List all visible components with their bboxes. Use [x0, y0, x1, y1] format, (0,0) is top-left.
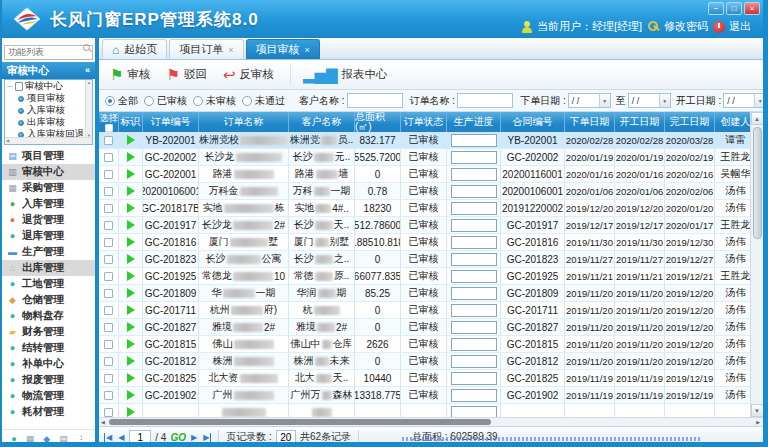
radio-dot[interactable]: [144, 96, 154, 106]
row-checkbox[interactable]: [104, 221, 113, 230]
sidebar-menu-item[interactable]: ● 物流管理: [2, 388, 95, 404]
row-checkbox[interactable]: [104, 255, 113, 264]
radio-dot[interactable]: [242, 96, 252, 106]
row-checkbox[interactable]: [104, 340, 113, 349]
collapse-icon[interactable]: «: [85, 62, 90, 79]
sidebar-menu-item[interactable]: ● 物料盘存: [2, 308, 95, 324]
dot-icon[interactable]: ●: [11, 434, 16, 444]
sidebar-menu-item[interactable]: ● 补单中心: [2, 356, 95, 372]
row-checkbox[interactable]: [104, 136, 113, 145]
table-row[interactable]: GC-202002 长沙龙 长沙元.. 65525.7200.. 已审核 GC-…: [99, 149, 750, 166]
tab[interactable]: 项目订单 ×: [169, 39, 243, 59]
table-row[interactable]: YB-202001 株洲党校 株洲党员.. 832.177 已审核 YB-202…: [99, 132, 750, 149]
tab[interactable]: 项目审核 ×: [246, 39, 320, 59]
sidebar-menu-item[interactable]: ▦ 采购管理: [2, 180, 95, 196]
column-header-customer[interactable]: 客户名称: [289, 112, 355, 132]
sidebar-menu-item[interactable]: ● 耗材管理: [2, 404, 95, 420]
toolbar-button[interactable]: ↩ 反审核: [218, 64, 283, 85]
scroll-left-arrow[interactable]: ◀: [101, 419, 105, 425]
tree-item[interactable]: 出库审核: [5, 117, 92, 129]
order-date-picker[interactable]: / / ▼: [568, 93, 611, 108]
sidebar-menu-item[interactable]: ● 退货管理: [2, 212, 95, 228]
filter-radio[interactable]: 全部: [105, 94, 138, 108]
radio-dot[interactable]: [105, 96, 115, 106]
filter-radio[interactable]: 已审核: [144, 94, 187, 108]
page-number-input[interactable]: [129, 430, 151, 444]
brush-icon[interactable]: ◆: [43, 434, 50, 444]
sidebar-menu-item[interactable]: ◆ 仓储管理: [2, 292, 95, 308]
tree-item[interactable]: 入库审核: [5, 105, 92, 117]
table-row[interactable]: GC-201812 株洲 株洲未来 0 已审核 GC-201812 2019/1…: [99, 353, 750, 370]
first-page-button[interactable]: ◀: [104, 433, 113, 442]
column-header-select[interactable]: 选择: [99, 112, 119, 132]
horizontal-scrollbar[interactable]: ◀ ▶: [99, 417, 763, 426]
column-header-finish-date[interactable]: 完工日期: [665, 112, 715, 132]
table-row[interactable]: GC-202001 路港 路港墙 0 已审核 20200116001 2020/…: [99, 166, 750, 183]
vertical-scroll-thumb[interactable]: [753, 127, 762, 239]
sidebar-menu-item[interactable]: ● 报废管理: [2, 372, 95, 388]
filter-radio[interactable]: 未审核: [193, 94, 236, 108]
tab-close-icon[interactable]: ×: [305, 45, 310, 55]
column-header-creator[interactable]: 创建人: [715, 112, 750, 132]
sidebar-menu-item[interactable]: ▬ 生产管理: [2, 244, 95, 260]
table-row[interactable]: GC-201902 广州 广州万森林 13318.775 已审核 GC-2019…: [99, 387, 750, 404]
row-checkbox[interactable]: [104, 204, 113, 213]
table-row[interactable]: GC-201825 北大资 北大天.. 10440 已审核 GC-201825 …: [99, 370, 750, 387]
prev-page-button[interactable]: ◀: [117, 433, 125, 442]
table-row[interactable]: GC-201815 佛山 佛山中仓库 2626 已审核 GC-201815 20…: [99, 336, 750, 353]
sidebar-menu-item[interactable]: ▤ 项目管理: [2, 148, 95, 164]
row-checkbox[interactable]: [104, 187, 113, 196]
horizontal-scroll-thumb[interactable]: [109, 419, 491, 425]
row-checkbox[interactable]: [104, 272, 113, 281]
tree-item[interactable]: 项目审核: [5, 93, 92, 105]
filter-radio[interactable]: 未通过: [242, 94, 285, 108]
table-row[interactable]: GC-201711 杭州府) 杭 0 已审核 GC-201711 2019/11…: [99, 302, 750, 319]
table-row[interactable]: GC-201823 长沙公寓 长沙之.. 0 已审核 GC-201823 201…: [99, 251, 750, 268]
go-button[interactable]: GO: [170, 432, 186, 443]
table-row[interactable]: GC-201809 华一期 华润期 85.25 已审核 GC-201809 20…: [99, 285, 750, 302]
function-search-input[interactable]: [4, 45, 93, 60]
toolbar-button[interactable]: ⚑ 驳回: [161, 64, 215, 85]
customer-name-input[interactable]: [347, 93, 403, 108]
vertical-scrollbar[interactable]: ▲ ▼: [750, 112, 763, 417]
column-header-status[interactable]: 订单状态: [401, 112, 447, 132]
radio-dot[interactable]: [193, 96, 203, 106]
select-all-checkbox[interactable]: [105, 124, 113, 132]
sidebar-menu-item[interactable]: ● 入库管理: [2, 196, 95, 212]
table-row[interactable]: GC-201817B 实地栋 实地4#.. 18230 已审核 20191220…: [99, 200, 750, 217]
table-row[interactable]: GC-201917 长沙龙2# 长沙天.. 8512.78600.. 已审核 G…: [99, 217, 750, 234]
scroll-right-arrow[interactable]: ▶: [756, 419, 760, 425]
next-page-button[interactable]: ▶: [190, 433, 198, 442]
tree-vertical-scrollbar[interactable]: ▲▼: [85, 80, 92, 138]
tab-close-icon[interactable]: ×: [228, 45, 233, 55]
row-checkbox[interactable]: [104, 238, 113, 247]
column-header-contract[interactable]: 合同编号: [501, 112, 565, 132]
change-password-button[interactable]: 修改密码: [647, 19, 708, 34]
sidebar-menu-item[interactable]: ▥ 审核中心: [2, 164, 95, 180]
sidebar-menu-item[interactable]: ● 退库管理: [2, 228, 95, 244]
document-icon[interactable]: ▤: [59, 434, 68, 444]
maximize-button[interactable]: □: [726, 2, 742, 15]
sidebar-menu-item[interactable]: ⌂ 出库管理: [2, 260, 95, 276]
row-checkbox[interactable]: [104, 391, 113, 400]
scroll-up-arrow[interactable]: ▲: [751, 112, 764, 125]
logout-button[interactable]: 退出: [713, 19, 751, 34]
column-header-flag[interactable]: 标识: [119, 112, 143, 132]
chevron-down-icon[interactable]: ▼: [659, 94, 670, 107]
sidebar-menu-item[interactable]: ▰ 财务管理: [2, 324, 95, 340]
column-header-order-date[interactable]: 下单日期: [565, 112, 615, 132]
table-row[interactable]: GC-201816 厦门墅 厦门别墅 188510.818 已审核 GC-201…: [99, 234, 750, 251]
chevron-down-icon[interactable]: ▼: [599, 94, 610, 107]
column-header-order-no[interactable]: 订单编号: [143, 112, 199, 132]
close-button[interactable]: ×: [744, 2, 760, 15]
cart-icon[interactable]: ▦: [26, 434, 35, 444]
page-size-input[interactable]: [276, 430, 296, 444]
row-checkbox[interactable]: [104, 306, 113, 315]
last-page-button[interactable]: ▶: [202, 433, 211, 442]
minimize-button[interactable]: −: [708, 2, 724, 15]
column-header-order-name[interactable]: 订单名称: [199, 112, 289, 132]
tree-horizontal-scrollbar[interactable]: ◀: [5, 137, 92, 144]
tab[interactable]: ⌂ 起始页: [102, 39, 167, 59]
tree-root-audit-center[interactable]: ─ 审核中心: [5, 80, 92, 93]
sidebar-menu-item[interactable]: ● 结转管理: [2, 340, 95, 356]
